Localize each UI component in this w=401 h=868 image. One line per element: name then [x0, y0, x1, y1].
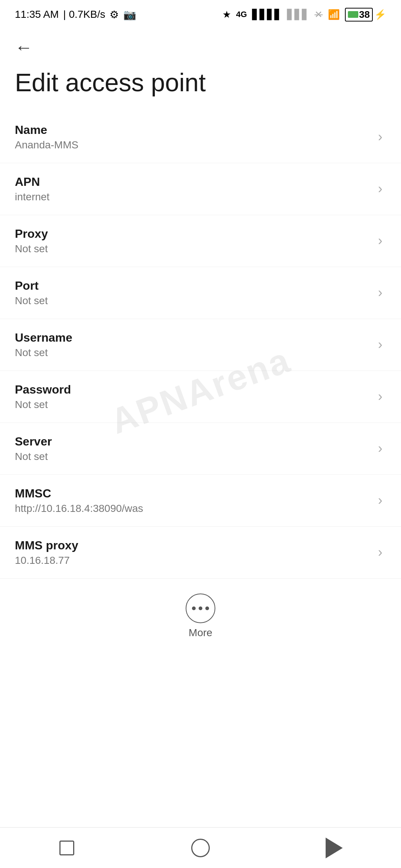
bottom-navigation [0, 827, 401, 868]
proxy-chevron-icon: › [378, 233, 382, 249]
server-value: Not set [15, 451, 371, 463]
server-item[interactable]: Server Not set › [0, 423, 401, 475]
triangle-icon [326, 838, 343, 858]
password-value: Not set [15, 399, 371, 411]
dot2 [199, 606, 202, 610]
status-left: 11:35 AM | 0.7KB/s ⚙ 📷 [15, 9, 136, 21]
settings-list: Name Ananda-MMS › APN internet › Proxy N… [0, 111, 401, 579]
circle-icon [191, 839, 210, 857]
username-item-text: Username Not set [15, 331, 371, 359]
settings-icon: ⚙ [110, 9, 119, 21]
username-value: Not set [15, 347, 371, 359]
dot1 [192, 606, 196, 610]
port-value: Not set [15, 295, 371, 307]
mmsc-item[interactable]: MMSC http://10.16.18.4:38090/was › [0, 475, 401, 527]
battery-display: 38 ⚡ [345, 8, 386, 22]
more-label: More [189, 627, 212, 639]
port-item-text: Port Not set [15, 279, 371, 307]
more-button[interactable] [186, 594, 215, 623]
mms-proxy-item-text: MMS proxy 10.16.18.77 [15, 539, 371, 566]
back-arrow-icon: ← [15, 37, 33, 57]
mmsc-item-text: MMSC http://10.16.18.4:38090/was [15, 487, 371, 514]
signal-4g-icon: 4G [236, 10, 247, 19]
signal-bars2-icon: ▋▋▋ [287, 9, 309, 20]
username-label: Username [15, 331, 371, 345]
server-chevron-icon: › [378, 441, 382, 456]
apn-item-text: APN internet [15, 175, 371, 203]
mmsc-value: http://10.16.18.4:38090/was [15, 503, 371, 514]
proxy-value: Not set [15, 243, 371, 255]
mms-proxy-item[interactable]: MMS proxy 10.16.18.77 › [0, 527, 401, 579]
username-item[interactable]: Username Not set › [0, 319, 401, 371]
page-title: Edit access point [0, 61, 401, 111]
nav-back-button[interactable] [316, 835, 353, 861]
signal-bars-icon: ▋▋▋▋ [252, 9, 282, 20]
password-item[interactable]: Password Not set › [0, 371, 401, 423]
nav-square-button[interactable] [48, 835, 85, 861]
proxy-item[interactable]: Proxy Not set › [0, 215, 401, 267]
port-chevron-icon: › [378, 285, 382, 300]
proxy-item-text: Proxy Not set [15, 227, 371, 255]
name-chevron-icon: › [378, 129, 382, 145]
bluetooth-icon: ★ [222, 9, 231, 20]
square-icon [59, 841, 74, 855]
mms-proxy-value: 10.16.18.77 [15, 555, 371, 566]
more-dots-icon [192, 606, 209, 610]
apn-item[interactable]: APN internet › [0, 163, 401, 215]
more-section: More [0, 579, 401, 650]
no-signal-icon: ✕ [314, 9, 323, 20]
status-right: ★ 4G ▋▋▋▋ ▋▋▋ ✕ 📶 38 ⚡ [222, 8, 386, 22]
server-item-text: Server Not set [15, 435, 371, 463]
apn-chevron-icon: › [378, 181, 382, 197]
password-item-text: Password Not set [15, 383, 371, 411]
time-display: 11:35 AM [15, 9, 59, 20]
name-value: Ananda-MMS [15, 139, 371, 151]
speed-display: | 0.7KB/s [63, 9, 105, 20]
password-label: Password [15, 383, 371, 397]
server-label: Server [15, 435, 371, 448]
name-item[interactable]: Name Ananda-MMS › [0, 111, 401, 163]
back-button[interactable]: ← [0, 26, 401, 61]
mmsc-chevron-icon: › [378, 493, 382, 508]
mms-proxy-chevron-icon: › [378, 545, 382, 560]
name-item-text: Name Ananda-MMS [15, 123, 371, 151]
dot3 [205, 606, 209, 610]
nav-home-button[interactable] [182, 835, 219, 861]
name-label: Name [15, 123, 371, 137]
username-chevron-icon: › [378, 337, 382, 352]
wifi-icon: 📶 [328, 9, 340, 20]
mmsc-label: MMSC [15, 487, 371, 500]
port-label: Port [15, 279, 371, 293]
proxy-label: Proxy [15, 227, 371, 241]
password-chevron-icon: › [378, 389, 382, 404]
port-item[interactable]: Port Not set › [0, 267, 401, 319]
mms-proxy-label: MMS proxy [15, 539, 371, 552]
apn-label: APN [15, 175, 371, 189]
apn-value: internet [15, 191, 371, 203]
status-bar: 11:35 AM | 0.7KB/s ⚙ 📷 ★ 4G ▋▋▋▋ ▋▋▋ ✕ 📶… [0, 0, 401, 26]
camera-icon: 📷 [123, 9, 136, 21]
